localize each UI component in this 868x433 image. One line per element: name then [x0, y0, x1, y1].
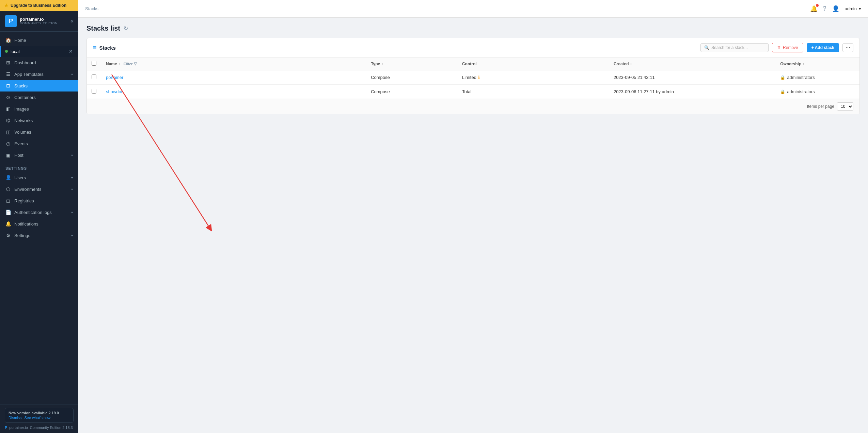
stacks-icon: ⊟: [5, 83, 11, 88]
sort-type-button[interactable]: Type ↕: [371, 62, 453, 66]
remove-icon: 🗑: [777, 45, 781, 50]
row-checkbox[interactable]: [92, 89, 96, 94]
sidebar-item-label: Authentication logs: [14, 210, 68, 215]
page-content: Stacks list ↻ ≡ Stacks 🔍 Search for a st…: [78, 18, 868, 433]
info-icon[interactable]: ℹ: [478, 75, 480, 80]
auth-logs-icon: 📄: [5, 210, 11, 215]
sidebar-item-containers[interactable]: ⊙ Containers: [0, 91, 78, 103]
brand-name: portainer.io: [20, 17, 58, 22]
more-options-button[interactable]: ⋯: [842, 43, 853, 52]
registries-icon: ◻: [5, 198, 11, 203]
ownership-value: administrators: [787, 89, 815, 94]
row-checkbox[interactable]: [92, 74, 96, 79]
sidebar-nav: 🏠 Home local ✕ ⊞ Dashboard ☰ App Templat…: [0, 32, 78, 404]
whats-new-link[interactable]: See what's new: [25, 416, 51, 420]
select-all-checkbox[interactable]: [92, 61, 96, 66]
sidebar-item-home[interactable]: 🏠 Home: [0, 34, 78, 46]
profile-icon[interactable]: 👤: [832, 5, 839, 13]
stack-name-link[interactable]: showdoc: [106, 89, 123, 94]
images-icon: ◧: [5, 106, 11, 112]
app-templates-icon: ☰: [5, 71, 11, 77]
portainer-logo: P: [5, 15, 17, 27]
sidebar-item-stacks[interactable]: ⊟ Stacks: [0, 80, 78, 91]
sidebar-item-volumes[interactable]: ◫ Volumes: [0, 126, 78, 138]
card-title: Stacks: [99, 45, 116, 51]
sidebar-env-item[interactable]: local ✕: [0, 46, 78, 57]
upgrade-banner[interactable]: ★ Upgrade to Business Edition: [0, 0, 78, 11]
sidebar-item-app-templates[interactable]: ☰ App Templates ▾: [0, 68, 78, 80]
stack-name-link[interactable]: portainer: [106, 75, 123, 80]
version-links: Dismiss See what's new: [9, 416, 70, 420]
sidebar-item-auth-logs[interactable]: 📄 Authentication logs ▾: [0, 206, 78, 218]
per-page-select[interactable]: 10 25 50: [837, 102, 853, 111]
notifications-bell-button[interactable]: 🔔: [810, 5, 818, 13]
table-row: showdoc Compose Total 2023-09-06 11:27:1…: [87, 85, 859, 99]
sort-icon: ↕: [381, 62, 383, 66]
chevron-down-icon: ▾: [71, 234, 73, 237]
ownership-value: administrators: [787, 75, 815, 80]
dots-icon: ⋯: [846, 45, 850, 50]
sort-icon: ↕: [630, 62, 632, 66]
refresh-button[interactable]: ↻: [124, 25, 128, 32]
table-footer: Items per page 10 25 50: [87, 99, 859, 114]
chevron-down-icon: ▾: [71, 176, 73, 180]
version-title: New version available 2.19.0: [9, 411, 70, 415]
sidebar-item-label: App Templates: [14, 72, 68, 77]
sidebar-item-settings[interactable]: ⚙ Settings ▾: [0, 230, 78, 241]
stacks-table: Name ↕ Filter ▽ Type ↕: [87, 57, 859, 99]
notifications-icon: 🔔: [5, 221, 11, 227]
settings-icon: ⚙: [5, 233, 11, 238]
sort-ownership-button[interactable]: Ownership ↕: [780, 62, 855, 66]
env-close-icon[interactable]: ✕: [69, 49, 73, 54]
ownership-cell: 🔒 administrators: [780, 89, 855, 94]
card-toolbar: ≡ Stacks 🔍 Search for a stack... 🗑 Remov…: [87, 38, 859, 57]
sidebar-item-label: Settings: [14, 233, 68, 238]
filter-button[interactable]: Filter ▽: [124, 62, 137, 66]
sidebar-item-host[interactable]: ▣ Host ▾: [0, 149, 78, 161]
chevron-down-icon: ▾: [71, 187, 73, 191]
sidebar-item-networks[interactable]: ⌬ Networks: [0, 115, 78, 126]
sidebar-item-users[interactable]: 👤 Users ▾: [0, 172, 78, 183]
main-content: Stacks 🔔 ? 👤 admin ▾ Stacks list ↻: [78, 0, 868, 433]
user-menu-chevron: ▾: [859, 6, 861, 11]
topbar-right: 🔔 ? 👤 admin ▾: [810, 5, 861, 13]
sidebar-item-label: Notifications: [14, 221, 73, 227]
footer-version: Community Edition 2.18.3: [30, 426, 73, 430]
sidebar-item-label: Volumes: [14, 130, 73, 135]
items-per-page: Items per page 10 25 50: [807, 102, 853, 111]
sidebar-item-label: Registries: [14, 198, 73, 203]
sort-name-button[interactable]: Name ↕ Filter ▽: [106, 62, 361, 66]
sidebar-item-notifications[interactable]: 🔔 Notifications: [0, 218, 78, 230]
env-status-dot: [5, 50, 8, 53]
remove-button[interactable]: 🗑 Remove: [772, 43, 803, 52]
control-value: Total: [462, 89, 471, 94]
sort-icon: ↕: [119, 62, 120, 66]
collapse-sidebar-button[interactable]: «: [70, 18, 74, 24]
sidebar-item-environments[interactable]: ⬡ Environments ▾: [0, 183, 78, 195]
chevron-down-icon: ▾: [71, 72, 73, 76]
sort-icon: ↕: [803, 62, 804, 66]
environments-icon: ⬡: [5, 186, 11, 192]
sort-created-button[interactable]: Created ↕: [614, 62, 771, 66]
sidebar-item-label: Containers: [14, 95, 73, 100]
topbar: Stacks 🔔 ? 👤 admin ▾: [78, 0, 868, 18]
sidebar-item-label: Stacks: [14, 83, 73, 88]
sidebar-item-events[interactable]: ◷ Events: [0, 138, 78, 149]
search-placeholder: Search for a stack...: [711, 45, 748, 50]
upgrade-label: Upgrade to Business Edition: [11, 3, 66, 8]
search-box[interactable]: 🔍 Search for a stack...: [700, 43, 769, 52]
created-value: 2023-09-06 11:27:11 by admin: [614, 89, 674, 94]
help-button[interactable]: ?: [823, 5, 826, 12]
sidebar-item-images[interactable]: ◧ Images: [0, 103, 78, 115]
breadcrumb: Stacks: [85, 6, 98, 11]
sidebar-item-dashboard[interactable]: ⊞ Dashboard: [0, 57, 78, 68]
ownership-icon: 🔒: [780, 89, 785, 94]
sidebar-item-label: Home: [14, 38, 73, 43]
ownership-icon: 🔒: [780, 75, 785, 80]
add-stack-button[interactable]: + Add stack: [807, 43, 839, 52]
page-title: Stacks list: [86, 24, 120, 32]
sidebar-item-registries[interactable]: ◻ Registries: [0, 195, 78, 206]
networks-icon: ⌬: [5, 118, 11, 123]
user-menu[interactable]: admin ▾: [845, 6, 861, 11]
dismiss-link[interactable]: Dismiss: [9, 416, 22, 420]
